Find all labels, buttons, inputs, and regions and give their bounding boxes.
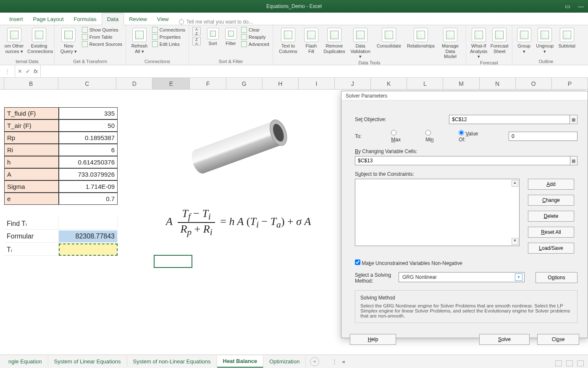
view-page-layout-icon[interactable] [566,360,573,366]
forecast-sheet-button[interactable]: Forecast Sheet [491,27,509,54]
tab-review[interactable]: Review [124,13,152,25]
consolidate-button[interactable]: Consolidate [375,27,403,49]
sort-desc-button[interactable]: ZA [192,37,201,45]
solve-button[interactable]: Solve [479,334,530,345]
param-label[interactable]: T_fluid (F) [4,107,59,119]
from-table-button[interactable]: From Table [82,34,122,40]
scroll-down-icon[interactable]: ▼ [512,238,518,245]
subtotal-button[interactable]: Subtotal [557,27,576,49]
make-unconstrained-checkbox[interactable]: Make Unconstrained Variables Non-Negativ… [355,259,462,266]
param-value[interactable]: 50 [59,119,118,132]
param-label[interactable]: Sigma [4,180,59,193]
data-validation-button[interactable]: Data Validation ▾ [349,27,372,59]
new-sheet-button[interactable]: + [310,357,319,366]
col-header-F[interactable]: F [190,78,226,89]
filter-button[interactable]: Filter [223,27,239,46]
param-value[interactable]: 1.714E-09 [59,180,118,193]
grid-area[interactable]: T_fluid (F)335T_air (F)50Rp0.1895387Ri6h… [0,90,588,355]
col-header-C[interactable]: C [58,78,117,89]
tab-insert[interactable]: Insert [4,13,28,25]
objective-range-picker-icon[interactable]: ▦ [570,115,578,124]
lower-label[interactable]: Find Tᵢ [4,217,59,230]
lower-value[interactable] [59,244,118,256]
active-cell[interactable] [154,255,192,267]
param-label[interactable]: Ri [4,144,59,156]
view-normal-icon[interactable] [555,360,562,366]
lower-label[interactable]: Formular [4,230,59,243]
enter-icon[interactable]: ✓ [26,68,30,74]
col-header-H[interactable]: H [262,78,299,89]
options-button[interactable]: Options [536,272,578,283]
col-header-L[interactable]: L [407,78,443,89]
col-header-E[interactable]: E [152,78,190,89]
sheet-tab-1[interactable]: System of Linear Equations [48,356,127,367]
view-page-break-icon[interactable] [577,360,584,366]
lower-label[interactable]: Tᵢ [4,244,59,256]
constraints-listbox[interactable]: ▲ ▼ [355,179,520,246]
horizontal-scroll-stub[interactable]: ⋮ ◂ [332,358,345,365]
radio-max[interactable]: Max [391,130,405,143]
sheet-tab-0[interactable]: ngle Equation [3,356,48,367]
sheet-tab-2[interactable]: System of non-Linear Equations [127,356,217,367]
col-header-M[interactable]: M [443,78,479,89]
clear-button[interactable]: Clear [241,27,269,33]
changing-range-picker-icon[interactable]: ▦ [570,156,578,165]
sort-asc-button[interactable]: AZ [192,27,201,35]
param-value[interactable]: 6 [59,144,118,156]
col-header-I[interactable]: I [299,78,335,89]
flash-fill-button[interactable]: Flash Fill [302,27,320,54]
ribbon-display-options-icon[interactable]: ▭ [565,3,570,10]
col-header-N[interactable]: N [480,78,516,89]
lower-value[interactable] [59,217,118,230]
scroll-up-icon[interactable]: ▲ [512,180,518,187]
tab-data[interactable]: Data [102,13,124,25]
ungroup-button[interactable]: Ungroup ▾ [535,27,555,54]
col-header-J[interactable]: J [335,78,371,89]
solving-method-select[interactable]: GRG Nonlinear ▼ [399,272,525,282]
col-header-P[interactable]: P [552,78,588,89]
sheet-tab-3[interactable]: Heat Balance [217,355,264,368]
radio-min[interactable]: Min [425,130,438,143]
remove-duplicates-button[interactable]: Remove Duplicates [323,27,346,54]
advanced-button[interactable]: Advanced [241,41,269,47]
change-constraint-button[interactable]: Change [528,195,574,206]
text-to-columns-button[interactable]: Text to Columns [276,27,300,54]
reset-all-button[interactable]: Reset All [528,227,574,238]
col-header-D[interactable]: D [116,78,152,89]
what-if-analysis-button[interactable]: What-If Analysis ▾ [470,27,488,59]
param-value[interactable]: 0.1895387 [59,132,118,144]
show-queries-button[interactable]: Show Queries [82,27,122,33]
name-box[interactable]: ⋮ [0,65,15,77]
solver-titlebar[interactable]: Solver Parameters [341,91,588,101]
col-header-K[interactable]: K [371,78,407,89]
tell-me-search[interactable]: Tell me what you want to do... [179,19,253,25]
param-label[interactable]: e [4,193,59,205]
delete-constraint-button[interactable]: Delete [528,211,574,222]
connections-button[interactable]: Connections [152,27,185,33]
formula-input[interactable] [40,65,588,77]
properties-button[interactable]: Properties [152,34,185,40]
from-other-sources-button[interactable]: om Other ources ▾ [3,27,25,54]
radio-value-of[interactable]: Value Of: [459,130,483,143]
lower-value[interactable]: 82308.77843 [59,230,118,243]
param-label[interactable]: h [4,156,59,168]
manage-data-model-button[interactable]: Manage Data Model [438,27,462,59]
close-button[interactable]: Close [537,334,579,345]
relationships-button[interactable]: Relationships [406,27,436,49]
col-header-G[interactable]: G [226,78,262,89]
existing-connections-button[interactable]: Existing Connections [27,27,51,54]
load-save-button[interactable]: Load/Save [528,243,574,254]
col-header-O[interactable]: O [516,78,552,89]
cancel-icon[interactable]: ✕ [18,68,22,74]
chevron-down-icon[interactable]: ▼ [515,273,522,281]
help-button[interactable]: Help [350,334,396,345]
objective-input[interactable] [449,115,570,124]
refresh-all-button[interactable]: Refresh All ▾ [129,27,150,54]
col-header-B[interactable]: B [4,78,58,89]
edit-links-button[interactable]: Edit Links [152,41,185,47]
param-value[interactable]: 0.7 [59,193,118,205]
changing-cells-input[interactable] [355,156,570,165]
minimize-icon[interactable]: — [578,3,584,10]
tab-view[interactable]: View [152,13,174,25]
param-value[interactable]: 733.0379926 [59,168,118,180]
